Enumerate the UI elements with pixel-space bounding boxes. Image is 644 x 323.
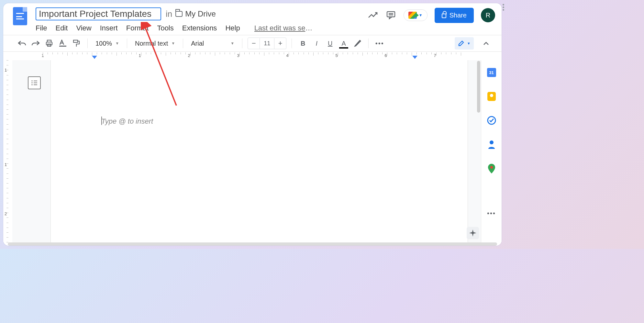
paint-format-button[interactable] (71, 38, 82, 49)
ruler-num: 6 (384, 53, 387, 58)
spellcheck-button[interactable] (57, 38, 69, 49)
italic-button[interactable]: I (311, 38, 322, 49)
document-page[interactable]: Type @ to insert (50, 60, 468, 242)
ruler-num: 1 (139, 53, 141, 58)
document-canvas[interactable]: Type @ to insert (12, 60, 481, 242)
ruler-num: 4 (286, 53, 288, 58)
menubar: File Edit View Insert Format Tools Exten… (3, 22, 502, 35)
lock-icon (442, 14, 446, 18)
document-title-input[interactable] (36, 7, 161, 20)
ruler-num: 5 (335, 53, 338, 58)
svg-rect-4 (46, 42, 52, 45)
comments-icon[interactable] (385, 10, 396, 21)
ruler-num: 7 (434, 53, 436, 58)
vertical-scrollbar[interactable] (477, 61, 480, 113)
underline-button[interactable]: U (324, 38, 336, 49)
font-size-control: − 11 + (248, 38, 286, 49)
docs-logo-icon[interactable] (13, 7, 27, 25)
caret-down-icon: ▼ (467, 41, 471, 45)
share-label: Share (450, 12, 467, 19)
title-actions: ▼ Share R (367, 8, 495, 23)
bold-button[interactable]: B (297, 38, 309, 49)
caret-down-icon: ▼ (419, 13, 423, 17)
contacts-icon[interactable] (487, 140, 496, 149)
undo-button[interactable] (16, 38, 28, 49)
vruler-num: 2 (5, 211, 7, 216)
menu-view[interactable]: View (76, 24, 91, 32)
redo-button[interactable] (30, 38, 41, 49)
font-select[interactable]: Arial ▼ (188, 40, 237, 47)
zoom-select[interactable]: 100% ▼ (93, 40, 122, 47)
menu-extensions[interactable]: Extensions (182, 24, 217, 32)
menu-insert[interactable]: Insert (100, 24, 118, 32)
caret-down-icon: ▼ (171, 41, 175, 46)
vertical-ruler[interactable]: 1 1 2 (3, 60, 12, 242)
more-addons-button[interactable]: ••• (487, 210, 496, 217)
horizontal-ruler[interactable]: 1 1 2 3 4 5 6 7 (3, 52, 502, 60)
ruler-num: 3 (237, 53, 239, 58)
menu-format[interactable]: Format (126, 24, 149, 32)
share-button[interactable]: Share (435, 8, 474, 23)
svg-point-17 (490, 166, 493, 169)
location-name: My Drive (185, 9, 216, 18)
collapse-toolbar-button[interactable] (480, 38, 492, 49)
toolbar: 100% ▼ Normal text ▼ Arial ▼ − 11 + B I … (3, 35, 502, 52)
print-button[interactable] (43, 38, 55, 49)
last-edit-link[interactable]: Last edit was sec… (254, 24, 316, 32)
menu-help[interactable]: Help (225, 24, 240, 32)
vruler-num: 1 (5, 162, 7, 167)
folder-icon (175, 11, 183, 17)
menu-tools[interactable]: Tools (157, 24, 173, 32)
content-area: 1 1 2 Type @ to insert 31 (3, 60, 502, 242)
keep-icon[interactable] (487, 92, 496, 101)
paragraph-style-select[interactable]: Normal text ▼ (132, 40, 178, 47)
svg-rect-8 (73, 40, 78, 42)
decrease-font-button[interactable]: − (248, 38, 260, 49)
editing-mode-button[interactable]: ▼ (455, 37, 474, 50)
svg-rect-7 (59, 46, 66, 47)
zoom-value: 100% (95, 40, 112, 47)
menu-file[interactable]: File (36, 24, 47, 32)
menu-edit[interactable]: Edit (55, 24, 68, 32)
browser-scroll-indicator (503, 4, 504, 11)
caret-down-icon: ▼ (230, 41, 234, 46)
more-toolbar-button[interactable]: ••• (374, 38, 385, 49)
increase-font-button[interactable]: + (274, 38, 286, 49)
highlight-button[interactable] (351, 38, 363, 49)
text-color-button[interactable]: A (338, 38, 350, 49)
tasks-icon[interactable] (487, 116, 496, 125)
titlebar: in My Drive ▼ Share R (3, 3, 502, 22)
font-value: Arial (191, 40, 204, 47)
account-avatar[interactable]: R (481, 8, 495, 22)
svg-rect-0 (387, 12, 395, 17)
show-outline-button[interactable] (28, 76, 41, 89)
ruler-num: 2 (188, 53, 190, 58)
explore-button[interactable] (467, 227, 479, 239)
maps-icon[interactable] (487, 164, 496, 173)
version-history-icon[interactable] (367, 10, 378, 21)
insert-placeholder: Type @ to insert (101, 117, 153, 126)
in-label: in (166, 9, 172, 19)
location-chip[interactable]: My Drive (175, 9, 216, 18)
meet-icon (408, 12, 417, 19)
meet-button[interactable]: ▼ (404, 9, 427, 21)
caret-down-icon: ▼ (115, 41, 119, 46)
svg-point-16 (490, 140, 494, 144)
left-indent-marker[interactable] (92, 56, 97, 59)
side-panel: 31 ••• (481, 60, 502, 242)
style-value: Normal text (135, 40, 168, 47)
horizontal-scrollbar[interactable] (8, 242, 497, 246)
google-docs-window: in My Drive ▼ Share R File Edi (3, 3, 502, 246)
font-size-value[interactable]: 11 (260, 38, 274, 49)
calendar-icon[interactable]: 31 (487, 68, 496, 77)
right-indent-marker[interactable] (412, 56, 417, 59)
